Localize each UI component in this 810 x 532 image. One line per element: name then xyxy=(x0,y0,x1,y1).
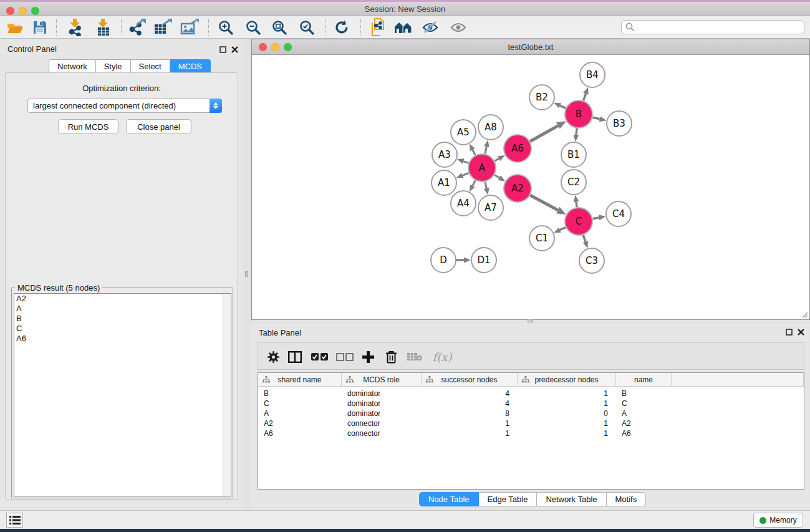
window-titlebar[interactable]: Session: New Session xyxy=(0,2,810,16)
export-image-icon[interactable] xyxy=(178,18,201,37)
edge-C-C1[interactable] xyxy=(560,228,566,230)
node-B[interactable]: B xyxy=(565,100,592,128)
tab-network-table[interactable]: Network Table xyxy=(537,492,606,506)
edge-A-A7[interactable] xyxy=(485,181,486,188)
result-item[interactable]: C xyxy=(14,324,231,334)
edge-A-A6[interactable] xyxy=(494,158,499,161)
node-B2[interactable]: B2 xyxy=(529,85,554,110)
tab-style[interactable]: Style xyxy=(96,59,131,73)
search-field[interactable] xyxy=(621,20,804,34)
save-session-icon[interactable] xyxy=(29,18,51,37)
function-builder-icon[interactable]: f(x) xyxy=(429,347,455,366)
node-C4[interactable]: C4 xyxy=(606,201,631,226)
tab-edge-table[interactable]: Edge Table xyxy=(479,492,538,506)
column-header-name[interactable]: name xyxy=(616,373,672,386)
edge-A-A5[interactable] xyxy=(473,150,475,155)
tab-node-table[interactable]: Node Table xyxy=(419,492,479,506)
result-item[interactable]: A6 xyxy=(14,334,231,344)
node-A[interactable]: A xyxy=(468,154,496,181)
node-C[interactable]: C xyxy=(565,208,592,235)
edge-A6-B[interactable] xyxy=(530,126,558,142)
node-C3[interactable]: C3 xyxy=(579,248,604,273)
network-window-titlebar[interactable]: testGlobe.txt xyxy=(252,39,809,55)
memory-button[interactable]: Memory xyxy=(753,513,803,528)
delete-column-icon[interactable] xyxy=(382,347,400,366)
column-header-shared-name[interactable]: shared name xyxy=(258,373,342,386)
zoom-selected-icon[interactable] xyxy=(296,18,318,37)
delete-table-icon[interactable] xyxy=(405,347,424,366)
result-item[interactable]: A2 xyxy=(14,294,231,304)
network-maximize-traffic-light[interactable] xyxy=(284,43,292,51)
mcds-result-list[interactable]: A2ABCA6 xyxy=(14,293,231,496)
tab-network[interactable]: Network xyxy=(49,59,96,73)
vertical-split-divider[interactable] xyxy=(243,39,251,510)
edge-C-C2[interactable] xyxy=(576,202,577,207)
edge-B-B2[interactable] xyxy=(560,105,566,108)
close-panel-button[interactable]: Close panel xyxy=(126,119,191,134)
node-A7[interactable]: A7 xyxy=(478,195,503,220)
node-A4[interactable]: A4 xyxy=(451,191,476,216)
close-panel-icon[interactable] xyxy=(230,45,239,54)
add-column-icon[interactable] xyxy=(359,347,377,366)
show-hidden-icon[interactable] xyxy=(447,18,470,37)
edge-B-B4[interactable] xyxy=(584,94,586,100)
node-B4[interactable]: B4 xyxy=(580,62,605,87)
network-canvas[interactable]: AA1A2A3A4A5A6A7A8BB1B2B3B4CC1C2C3C4DD1 xyxy=(252,55,809,319)
table-row[interactable]: Cdominator41C xyxy=(258,399,804,409)
export-table-icon[interactable] xyxy=(152,18,174,37)
column-header-predecessor-nodes[interactable]: predecessor nodes xyxy=(518,373,616,386)
minimize-traffic-light[interactable] xyxy=(19,7,27,15)
tab-mcds[interactable]: MCDS xyxy=(170,59,211,73)
open-file-icon[interactable] xyxy=(4,18,26,37)
table-row[interactable]: Adominator80A xyxy=(258,409,804,419)
refresh-icon[interactable] xyxy=(330,18,353,37)
node-C2[interactable]: C2 xyxy=(561,170,586,195)
divider-handle[interactable] xyxy=(528,319,533,322)
edge-C-C4[interactable] xyxy=(593,218,599,219)
search-input[interactable] xyxy=(635,23,800,32)
zoom-in-icon[interactable] xyxy=(215,18,237,37)
edge-A-A2[interactable] xyxy=(494,175,499,178)
node-B3[interactable]: B3 xyxy=(607,111,632,136)
node-A1[interactable]: A1 xyxy=(432,170,456,195)
node-A2[interactable]: A2 xyxy=(504,175,531,202)
run-mcds-button[interactable]: Run MCDS xyxy=(58,119,118,134)
maximize-traffic-light[interactable] xyxy=(31,7,39,15)
close-traffic-light[interactable] xyxy=(6,7,14,15)
node-table[interactable]: shared nameMCDS rolesuccessor nodesprede… xyxy=(258,372,804,490)
network-view-window[interactable]: testGlobe.txt AA1A2A3A4A5A6A7A8BB1B2B3B4… xyxy=(251,39,810,320)
column-header-successor-nodes[interactable]: successor nodes xyxy=(422,373,518,386)
import-table-icon[interactable] xyxy=(92,18,115,37)
zoom-fit-icon[interactable] xyxy=(268,18,291,37)
result-item[interactable]: A xyxy=(14,304,231,314)
close-table-panel-icon[interactable] xyxy=(796,327,805,336)
edge-A-A1[interactable] xyxy=(463,173,469,175)
edge-A-A8[interactable] xyxy=(485,147,486,153)
edge-C-C3[interactable] xyxy=(583,235,586,242)
result-scrollbar[interactable] xyxy=(223,294,231,496)
network-minimize-traffic-light[interactable] xyxy=(271,43,279,51)
tab-motifs[interactable]: Motifs xyxy=(607,492,647,506)
resize-grip-icon[interactable] xyxy=(801,311,808,318)
select-all-checkboxes-icon[interactable] xyxy=(311,347,329,366)
result-item[interactable]: B xyxy=(14,314,231,324)
node-D1[interactable]: D1 xyxy=(471,248,496,273)
table-row[interactable]: Bdominator41B xyxy=(258,389,804,399)
table-row[interactable]: A2connector11A2 xyxy=(258,419,804,429)
task-history-button[interactable] xyxy=(6,513,23,528)
network-close-traffic-light[interactable] xyxy=(259,43,267,51)
import-network-icon[interactable] xyxy=(64,18,87,37)
float-table-panel-icon[interactable] xyxy=(784,327,793,336)
deselect-all-checkboxes-icon[interactable] xyxy=(335,347,354,366)
edge-A-A4[interactable] xyxy=(473,180,475,185)
export-network-icon[interactable] xyxy=(126,18,148,37)
hide-selected-icon[interactable] xyxy=(419,18,441,37)
select-stepper-icon[interactable] xyxy=(210,99,222,113)
node-B1[interactable]: B1 xyxy=(561,142,586,167)
table-settings-icon[interactable] xyxy=(264,347,282,366)
criterion-select[interactable]: largest connected component (directed) xyxy=(27,99,222,113)
show-columns-icon[interactable] xyxy=(286,347,304,366)
edge-A2-C[interactable] xyxy=(530,195,557,210)
network-graph[interactable]: AA1A2A3A4A5A6A7A8BB1B2B3B4CC1C2C3C4DD1 xyxy=(252,55,809,319)
divider-handle[interactable] xyxy=(245,271,248,277)
